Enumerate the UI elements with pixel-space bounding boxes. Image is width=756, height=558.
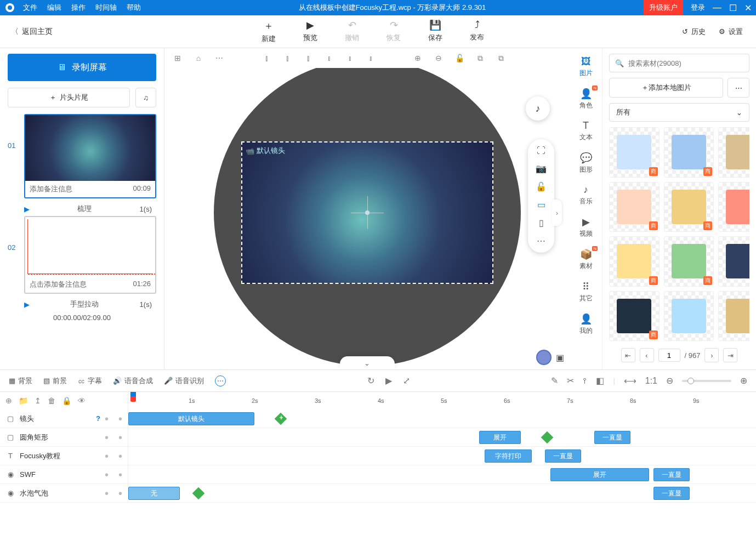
color-indicator[interactable] [536,350,552,365]
tab-other[interactable]: ⠿其它 [570,277,602,306]
clip[interactable]: 一直显 [653,468,690,481]
camera-frame[interactable]: 📹 默认镜头 [241,141,493,284]
align-top-icon[interactable]: ⫾ [323,53,334,64]
tab-mine[interactable]: 👤我的 [570,310,602,339]
tab-material[interactable]: 📦素材N [570,245,602,274]
track-label[interactable]: ◉SWF•• [0,465,128,483]
search-box[interactable]: 🔍 [609,54,749,72]
bottom-toggle[interactable]: ⌄ [340,356,395,369]
align-middle-icon[interactable]: ⫾ [344,53,355,64]
window-icon[interactable]: ▣ [556,352,564,363]
track-lane[interactable]: 展开一直显 [128,428,756,446]
asset-item[interactable]: 商 [718,127,749,178]
minimize-icon[interactable]: — [713,3,721,13]
scene-item[interactable]: 01 添加备注信息 00:09 [8,114,156,198]
align-right-icon[interactable]: ⫿ [303,53,314,64]
folder-icon[interactable]: 📁 [19,396,28,405]
track-label[interactable]: TFocusky教程•• [0,447,128,465]
canvas[interactable]: 📹 默认镜头 ♪ ⛶ 📷 🔓 ▭ ▯ ⋯ › ⌄ ▣ [164,68,570,369]
playhead[interactable] [130,392,136,409]
asset-item[interactable]: 商 [609,291,660,341]
align-center-icon[interactable]: ⫿ [282,53,293,64]
zoom-out-icon[interactable]: ⊖ [666,375,673,386]
next-page-button[interactable]: › [704,348,719,362]
clip[interactable]: 展开 [550,468,649,481]
asset-item[interactable]: 商 [664,127,714,178]
history-button[interactable]: ↺历史 [682,27,706,37]
record-screen-button[interactable]: 🖥 录制屏幕 [8,54,156,81]
publish-button[interactable]: ⤴发布 [470,19,484,44]
maximize-icon[interactable]: ☐ [729,3,737,13]
home-icon[interactable]: ⌂ [193,53,204,64]
login-button[interactable]: 登录 [691,3,705,13]
audio-button[interactable]: ♪ [526,96,550,121]
more-icon[interactable]: ⋯ [215,375,226,386]
zoom-in-icon[interactable]: ⊕ [740,375,747,386]
menu-action[interactable]: 操作 [71,3,86,13]
new-button[interactable]: ＋新建 [262,19,276,44]
eye-icon[interactable]: 👁 [78,396,86,405]
menu-file[interactable]: 文件 [23,3,37,13]
expand-icon[interactable]: ⤢ [403,375,410,386]
filter-icon[interactable]: ⫯ [583,376,587,386]
track-label[interactable]: ▢镜头?•• [0,409,128,428]
tab-background[interactable]: ▦背景 [9,376,32,386]
undo-button[interactable]: ↶撤销 [345,19,359,44]
tab-shape[interactable]: 💬图形 [570,149,602,178]
play-icon[interactable]: ▶ [24,300,30,309]
align-bottom-icon[interactable]: ⫾ [365,53,376,64]
upgrade-button[interactable]: 升级账户 [644,0,683,15]
more-icon[interactable]: ⋯ [537,236,545,246]
track-label[interactable]: ▢圆角矩形•• [0,428,128,446]
tab-video[interactable]: ▶视频 [570,213,602,242]
tab-asr[interactable]: 🎤语音识别 [164,376,204,386]
play-icon[interactable]: ▶ [24,205,30,213]
scene-note[interactable]: 点击添加备注信息 [30,280,87,289]
tab-foreground[interactable]: ▧前景 [43,376,67,386]
asset-item[interactable]: 商 [609,236,660,287]
copy-icon[interactable]: ⧉ [475,53,486,64]
more-button[interactable]: ⋯ [727,78,749,98]
add-local-image-button[interactable]: ＋ 添加本地图片 [609,78,723,98]
tab-tts[interactable]: 🔊语音合成 [113,376,153,386]
asset-item[interactable]: 商 [609,182,660,232]
fullscreen-icon[interactable]: ⛶ [537,146,545,156]
help-icon[interactable]: ? [96,414,100,423]
keyframe-icon[interactable] [275,413,287,425]
zoom-in-icon[interactable]: ⊕ [412,53,423,64]
display-icon[interactable]: ▭ [537,200,545,210]
clip[interactable]: 一直显 [594,431,630,444]
ruler-icon[interactable]: ⊞ [172,53,183,64]
keyframe-icon[interactable] [541,431,554,444]
clip[interactable]: 字符打印 [485,449,532,463]
close-icon[interactable]: ✕ [744,3,752,13]
zoom-slider[interactable] [682,380,731,382]
clip[interactable]: 展开 [479,431,521,444]
camera-icon[interactable]: 📷 [536,163,547,174]
save-button[interactable]: 💾保存 [428,19,442,44]
delete-icon[interactable]: 🗑 [48,396,55,405]
track-lane[interactable]: 展开一直显 [128,465,756,483]
music-button[interactable]: ♫ [135,88,156,107]
expand-toggle[interactable]: › [552,200,562,226]
scene-thumbnail[interactable] [27,219,153,274]
prev-page-button[interactable]: ‹ [640,348,654,362]
ruler[interactable]: 1s2s3s4s5s6s7s8s9s [128,392,756,409]
play-icon[interactable]: ▶ [385,375,392,386]
scene-note[interactable]: 添加备注信息 [30,184,72,194]
page-input[interactable] [658,349,680,362]
redo-button[interactable]: ↷恢复 [386,19,401,44]
clip[interactable]: 一直显 [653,487,690,500]
intro-outro-button[interactable]: ＋ 片头片尾 [8,88,130,107]
menu-edit[interactable]: 编辑 [47,3,61,13]
device-icon[interactable]: ▯ [539,218,544,228]
category-select[interactable]: 所有 ⌄ [609,103,749,122]
track-label[interactable]: ◉水泡气泡•• [0,484,128,502]
fit-icon[interactable]: ⟷ [624,375,636,386]
first-page-button[interactable]: ⇤ [621,348,635,362]
menu-timeline[interactable]: 时间轴 [95,3,117,13]
bookmark-icon[interactable]: ◧ [596,375,604,386]
menu-help[interactable]: 帮助 [127,3,141,13]
tab-character[interactable]: 👤角色N [570,84,602,113]
clip[interactable]: 默认镜头 [128,412,254,425]
